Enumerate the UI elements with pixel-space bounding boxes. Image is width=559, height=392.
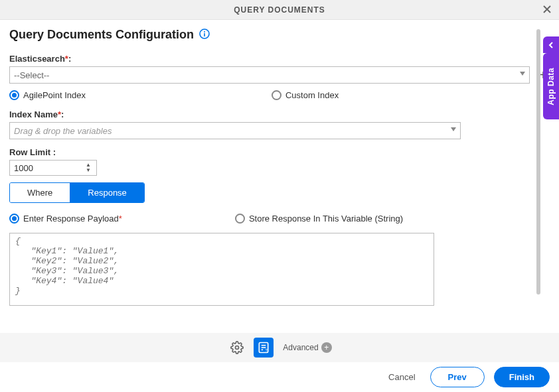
scrollbar-thumb[interactable] <box>536 29 540 294</box>
app-data-tab[interactable]: App Data <box>543 53 559 119</box>
svg-point-5 <box>236 346 239 350</box>
elasticsearch-select-value: --Select-- <box>14 70 49 80</box>
tab-response[interactable]: Response <box>70 183 144 202</box>
tab-where[interactable]: Where <box>10 183 70 202</box>
elasticsearch-label: Elasticsearch*: <box>9 54 550 64</box>
radio-custom-index[interactable]: Custom Index <box>272 90 339 100</box>
radio-icon <box>235 214 245 224</box>
index-name-select[interactable]: Drag & drop the variables <box>9 122 461 139</box>
radio-label: Enter Response Payload* <box>23 214 122 224</box>
row-limit-value: 1000 <box>14 163 33 173</box>
radio-label: Custom Index <box>285 90 339 100</box>
footer-actions: Cancel Prev Finish <box>0 362 559 392</box>
cancel-button[interactable]: Cancel <box>383 368 420 386</box>
advanced-add-button[interactable]: + <box>321 342 332 353</box>
radio-icon <box>272 90 281 100</box>
radio-enter-response-payload[interactable]: Enter Response Payload* <box>9 214 122 224</box>
quantity-stepper[interactable]: ▲ ▼ <box>86 161 95 174</box>
info-icon[interactable] <box>199 29 210 41</box>
advanced-label: Advanced + <box>283 342 331 353</box>
response-payload-input[interactable] <box>9 233 434 306</box>
radio-icon <box>9 90 19 100</box>
svg-rect-4 <box>204 33 205 36</box>
app-data-expand-button[interactable] <box>543 36 559 53</box>
index-name-placeholder: Drag & drop the variables <box>14 126 112 136</box>
chevron-down-icon <box>451 127 456 131</box>
form-icon[interactable]: ? <box>254 338 274 358</box>
radio-icon <box>9 214 19 224</box>
row-limit-label: Row Limit : <box>9 147 550 157</box>
dialog-title: QUERY DOCUMENTS <box>234 5 325 15</box>
radio-label: AgilePoint Index <box>23 90 86 100</box>
radio-store-response-variable[interactable]: Store Response In This Variable (String) <box>235 214 403 224</box>
svg-point-3 <box>204 31 205 33</box>
radio-agilepoint-index[interactable]: AgilePoint Index <box>9 90 86 100</box>
tab-bar: Where Response <box>9 182 145 203</box>
chevron-down-icon <box>520 72 525 76</box>
index-name-label: Index Name*: <box>9 109 550 119</box>
elasticsearch-select[interactable]: --Select-- <box>9 66 530 84</box>
chevron-down-icon[interactable]: ▼ <box>86 168 95 173</box>
scrollbar[interactable] <box>536 29 540 294</box>
close-icon[interactable] <box>542 4 552 17</box>
radio-label: Store Response In This Variable (String) <box>249 214 403 224</box>
page-title: Query Documents Configuration <box>9 28 194 42</box>
row-limit-input[interactable]: 1000 ▲ ▼ <box>9 160 97 176</box>
settings-icon[interactable] <box>227 338 247 358</box>
footer-toolbar: ? Advanced + <box>0 333 559 362</box>
prev-button[interactable]: Prev <box>430 367 485 387</box>
finish-button[interactable]: Finish <box>494 367 550 387</box>
app-data-label: App Data <box>546 68 556 105</box>
